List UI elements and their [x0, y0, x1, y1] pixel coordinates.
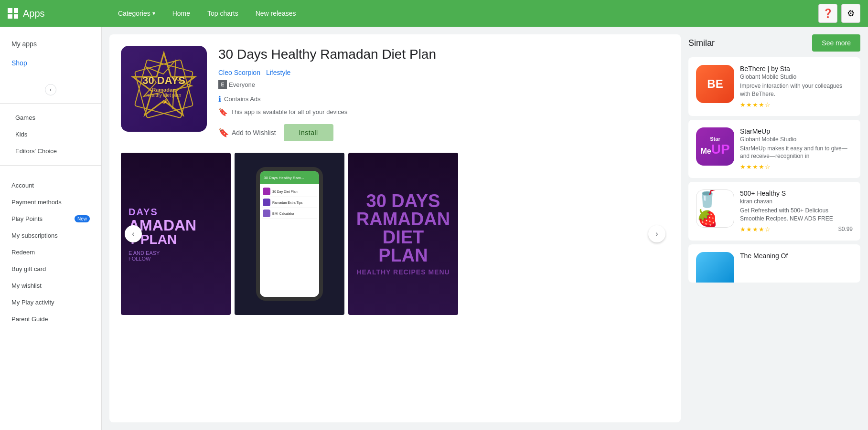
availability-text: This app is available for all of your de… [231, 108, 347, 115]
similar-card-3[interactable]: The Meaning Of [688, 244, 860, 283]
screenshot-2-phone: 30 Days Healthy Ram... 30 Day Diet Plan [235, 153, 344, 315]
screenshots-prev-button[interactable]: ‹ [125, 225, 142, 242]
healthy-desc: Get Refreshed with 500+ Delicious Smooth… [740, 207, 853, 223]
similar-card-0[interactable]: BE BeThere | by Sta Globant Mobile Studi… [688, 57, 860, 116]
ads-text: Contains Ads [224, 95, 261, 103]
add-to-wishlist-button[interactable]: 🔖 Add to Wishlist [218, 127, 276, 138]
meaning-info: The Meaning Of [740, 252, 853, 275]
phone-item-3: BMI Calculator [262, 208, 317, 219]
similar-card-2[interactable]: 🥤🍓 500+ Healthy S kiran chavan Get Refre… [688, 182, 860, 241]
new-releases-link[interactable]: New releases [247, 0, 305, 27]
top-charts-link[interactable]: Top charts [199, 0, 247, 27]
starmeup-top-text: Star [710, 136, 720, 142]
healthy-footer: ★★★★☆ $0.99 [740, 226, 853, 233]
bookmark-icon: 🔖 [218, 107, 228, 116]
sidebar-item-editors-choice[interactable]: Editors' Choice [0, 143, 101, 159]
bethere-icon-text: BE [707, 77, 723, 91]
rating-e-icon: E [218, 80, 227, 89]
install-button[interactable]: Install [284, 124, 333, 141]
starmeup-stars: ★★★★☆ [740, 163, 771, 170]
starmeup-up-text: UP [711, 142, 730, 157]
phone-item-2: Ramadan Extra Tips [262, 197, 317, 208]
home-link[interactable]: Home [164, 0, 199, 27]
ss1-ramadan: AMADAN [129, 218, 223, 233]
play-points-label: Play Points [11, 215, 43, 222]
sidebar-item-redeem[interactable]: Redeem [0, 244, 101, 261]
sidebar-item-shop[interactable]: Shop [0, 53, 101, 73]
wishlist-icon: 🔖 [218, 127, 229, 138]
app-icon-wrapper: 30 DAYS Ramadan healthy diet plan 🌙 [121, 46, 207, 132]
bethere-icon: BE [696, 65, 734, 103]
screenshot-3-content: 30 DAYSRAMADANDIET PLAN HEALTHY RECIPES … [348, 153, 458, 315]
similar-title: Similar [688, 38, 715, 48]
phone-item-icon-2 [263, 199, 270, 206]
help-button[interactable]: ❓ [818, 4, 837, 23]
sidebar-item-payment-methods[interactable]: Payment methods [0, 194, 101, 210]
ss3-sub-text: HEALTHY RECIPES MENU [356, 268, 450, 276]
screenshot-3: 30 DAYSRAMADANDIET PLAN HEALTHY RECIPES … [348, 153, 458, 315]
phone-item-1: 30 Day Diet Plan [262, 186, 317, 197]
screenshot-2: 30 Days Healthy Ram... 30 Day Diet Plan [235, 153, 344, 315]
screenshots-wrapper: ‹ DAYS AMADAN T PLAN E AND EASYFOLLOW [121, 153, 669, 315]
phone-item-label-2: Ramadan Extra Tips [272, 201, 302, 204]
starmeup-name: StarMeUp [740, 127, 853, 135]
bethere-name: BeThere | by Sta [740, 65, 853, 73]
app-category[interactable]: Lifestyle [266, 69, 290, 76]
info-icon: ℹ [218, 94, 221, 104]
healthy-name: 500+ Healthy S [740, 189, 853, 197]
meaning-icon [696, 252, 734, 283]
settings-button[interactable]: ⚙ [841, 4, 860, 23]
screenshots-container: DAYS AMADAN T PLAN E AND EASYFOLLOW 30 D… [121, 153, 669, 315]
see-more-button[interactable]: See more [812, 34, 860, 52]
account-label: Account [11, 182, 34, 189]
payment-methods-label: Payment methods [11, 199, 62, 206]
main-content: 30 DAYS Ramadan healthy diet plan 🌙 30 D… [102, 27, 868, 430]
app-meta: Cleo Scorpion Lifestyle [218, 69, 669, 76]
parent-guide-label: Parent Guide [11, 315, 48, 323]
phone-item-label-1: 30 Day Diet Plan [272, 190, 298, 193]
app-developer[interactable]: Cleo Scorpion [218, 69, 260, 76]
similar-card-1[interactable]: Star Me UP StarMeUp Globant Mobile Studi… [688, 120, 860, 178]
starmeup-bottom-row: Me UP [700, 142, 729, 157]
buy-gift-card-label: Buy gift card [11, 265, 46, 273]
sidebar-divider-2 [0, 165, 101, 166]
sidebar-item-buy-gift-card[interactable]: Buy gift card [0, 261, 101, 277]
kids-label: Kids [15, 131, 27, 138]
app-icon-text: 30 DAYS Ramadan healthy diet plan 🌙 [142, 74, 185, 104]
app-logo[interactable]: Apps [8, 8, 109, 19]
sidebar-item-account[interactable]: Account [0, 177, 101, 194]
my-apps-label: My apps [11, 40, 37, 48]
healthy-info: 500+ Healthy S kiran chavan Get Refreshe… [740, 189, 853, 233]
app-actions: 🔖 Add to Wishlist Install [218, 124, 669, 141]
collapse-sidebar-button[interactable]: ‹ [45, 84, 56, 95]
starmeup-icon: Star Me UP [696, 127, 734, 166]
ss1-days: DAYS [129, 207, 223, 218]
app-availability-row: 🔖 This app is available for all of your … [218, 107, 669, 116]
sidebar-item-parent-guide[interactable]: Parent Guide [0, 311, 101, 327]
sidebar: My apps Shop ‹ Games Kids Editors' Choic… [0, 27, 102, 430]
sidebar-item-my-play-activity[interactable]: My Play activity [0, 294, 101, 311]
categories-button[interactable]: Categories ▾ [109, 0, 164, 27]
bethere-footer: ★★★★☆ [740, 101, 853, 108]
phone-header: 30 Days Healthy Ram... [260, 171, 319, 184]
screenshots-next-button[interactable]: › [648, 225, 665, 242]
sidebar-item-games[interactable]: Games [0, 109, 101, 126]
similar-panel: Similar See more BE BeThere | by Sta Glo… [688, 34, 860, 422]
new-badge: New [75, 215, 90, 222]
sidebar-item-my-wishlist[interactable]: My wishlist [0, 277, 101, 294]
my-wishlist-label: My wishlist [11, 282, 42, 289]
my-subscriptions-label: My subscriptions [11, 232, 58, 239]
starmeup-footer: ★★★★☆ [740, 163, 853, 170]
sidebar-item-kids[interactable]: Kids [0, 126, 101, 143]
app-rating-row: E Everyone [218, 80, 669, 89]
starmeup-info: StarMeUp Globant Mobile Studio StarMeUp … [740, 127, 853, 171]
healthy-price: $0.99 [838, 226, 853, 232]
sidebar-item-play-points[interactable]: Play Points New [0, 210, 101, 227]
sidebar-item-my-apps[interactable]: My apps [0, 34, 101, 53]
sidebar-item-my-subscriptions[interactable]: My subscriptions [0, 227, 101, 244]
phone-frame: 30 Days Healthy Ram... 30 Day Diet Plan [256, 167, 323, 301]
phone-content: 30 Day Diet Plan Ramadan Extra Tips BMI … [260, 184, 319, 297]
starmeup-developer: Globant Mobile Studio [740, 136, 853, 143]
bethere-desc: Improve interaction with your colleagues… [740, 82, 853, 98]
content-rating: E Everyone [218, 80, 255, 89]
